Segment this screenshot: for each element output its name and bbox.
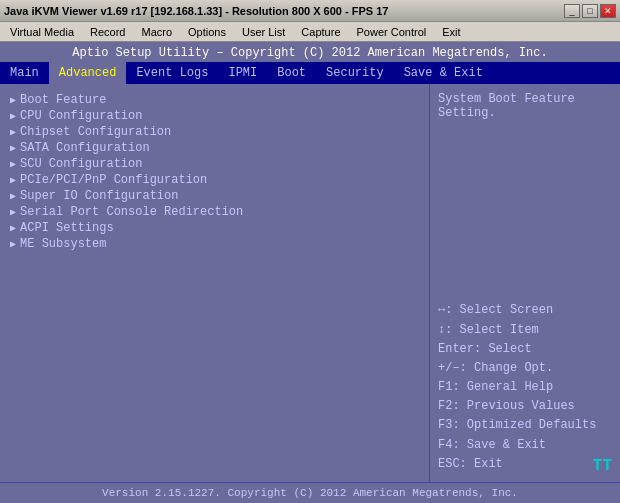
app-window: Java iKVM Viewer v1.69 r17 [192.168.1.33…: [0, 0, 620, 503]
tt-logo: TT: [593, 457, 612, 475]
arrow-icon-3: ▶: [10, 142, 16, 154]
aptio-header-text: Aptio Setup Utility – Copyright (C) 2012…: [72, 46, 547, 60]
bios-menu-item-label-2: Chipset Configuration: [20, 125, 171, 139]
title-bar: Java iKVM Viewer v1.69 r17 [192.168.1.33…: [0, 0, 620, 22]
key-help-line-4: F1: General Help: [438, 378, 612, 397]
menu-item-power-control[interactable]: Power Control: [351, 25, 433, 39]
bios-nav-bar: MainAdvancedEvent LogsIPMIBootSecuritySa…: [0, 62, 620, 84]
key-help-line-0: ↔: Select Screen: [438, 301, 612, 320]
bios-menu-item-label-0: Boot Feature: [20, 93, 106, 107]
minimize-button[interactable]: _: [564, 4, 580, 18]
window-title: Java iKVM Viewer v1.69 r17 [192.168.1.33…: [4, 5, 388, 17]
window-controls: _ □ ✕: [564, 4, 616, 18]
arrow-icon-2: ▶: [10, 126, 16, 138]
bios-menu-item-label-1: CPU Configuration: [20, 109, 142, 123]
bios-wrapper: Aptio Setup Utility – Copyright (C) 2012…: [0, 42, 620, 503]
maximize-button[interactable]: □: [582, 4, 598, 18]
key-help-line-6: F3: Optimized Defaults: [438, 416, 612, 435]
menu-bar: Virtual MediaRecordMacroOptionsUser List…: [0, 22, 620, 42]
bios-menu-item-0[interactable]: ▶Boot Feature: [8, 92, 425, 108]
bios-content: ▶Boot Feature▶CPU Configuration▶Chipset …: [0, 84, 620, 482]
bios-menu-item-8[interactable]: ▶ACPI Settings: [8, 220, 425, 236]
bios-tab-event-logs[interactable]: Event Logs: [126, 62, 218, 84]
bios-menu-item-label-6: Super IO Configuration: [20, 189, 178, 203]
close-button[interactable]: ✕: [600, 4, 616, 18]
menu-item-capture[interactable]: Capture: [295, 25, 346, 39]
menu-item-virtual-media[interactable]: Virtual Media: [4, 25, 80, 39]
menu-item-macro[interactable]: Macro: [135, 25, 178, 39]
arrow-icon-6: ▶: [10, 190, 16, 202]
key-help-line-8: ESC: Exit: [438, 455, 612, 474]
bios-tab-main[interactable]: Main: [0, 62, 49, 84]
aptio-header: Aptio Setup Utility – Copyright (C) 2012…: [0, 42, 620, 62]
bios-menu-item-4[interactable]: ▶SCU Configuration: [8, 156, 425, 172]
bios-tab-advanced[interactable]: Advanced: [49, 62, 127, 84]
bios-menu-item-7[interactable]: ▶Serial Port Console Redirection: [8, 204, 425, 220]
bios-menu-item-label-9: ME Subsystem: [20, 237, 106, 251]
bios-footer: Version 2.15.1227. Copyright (C) 2012 Am…: [0, 482, 620, 503]
bios-tab-security[interactable]: Security: [316, 62, 394, 84]
arrow-icon-1: ▶: [10, 110, 16, 122]
arrow-icon-9: ▶: [10, 238, 16, 250]
menu-item-user-list[interactable]: User List: [236, 25, 291, 39]
bios-tab-boot[interactable]: Boot: [267, 62, 316, 84]
bios-menu-item-6[interactable]: ▶Super IO Configuration: [8, 188, 425, 204]
bios-footer-text: Version 2.15.1227. Copyright (C) 2012 Am…: [102, 487, 518, 499]
bios-key-help: ↔: Select Screen↕: Select ItemEnter: Sel…: [438, 301, 612, 474]
bios-menu-item-label-5: PCIe/PCI/PnP Configuration: [20, 173, 207, 187]
bios-menu-item-2[interactable]: ▶Chipset Configuration: [8, 124, 425, 140]
bios-menu-item-label-8: ACPI Settings: [20, 221, 114, 235]
bios-right-panel: System Boot Feature Setting. ↔: Select S…: [430, 84, 620, 482]
bios-menu-item-9[interactable]: ▶ME Subsystem: [8, 236, 425, 252]
menu-item-record[interactable]: Record: [84, 25, 131, 39]
arrow-icon-4: ▶: [10, 158, 16, 170]
key-help-line-7: F4: Save & Exit: [438, 436, 612, 455]
arrow-icon-0: ▶: [10, 94, 16, 106]
key-help-line-2: Enter: Select: [438, 340, 612, 359]
bios-menu-item-label-3: SATA Configuration: [20, 141, 150, 155]
bios-tab-ipmi[interactable]: IPMI: [218, 62, 267, 84]
bios-menu-item-label-7: Serial Port Console Redirection: [20, 205, 243, 219]
bios-left-panel: ▶Boot Feature▶CPU Configuration▶Chipset …: [0, 84, 430, 482]
bios-tab-save-and-exit[interactable]: Save & Exit: [394, 62, 493, 84]
bios-help-text: System Boot Feature Setting.: [438, 92, 612, 120]
menu-item-options[interactable]: Options: [182, 25, 232, 39]
key-help-line-5: F2: Previous Values: [438, 397, 612, 416]
bios-menu-item-3[interactable]: ▶SATA Configuration: [8, 140, 425, 156]
key-help-line-3: +/–: Change Opt.: [438, 359, 612, 378]
bios-menu-item-label-4: SCU Configuration: [20, 157, 142, 171]
arrow-icon-8: ▶: [10, 222, 16, 234]
bios-menu-item-1[interactable]: ▶CPU Configuration: [8, 108, 425, 124]
bios-menu-item-5[interactable]: ▶PCIe/PCI/PnP Configuration: [8, 172, 425, 188]
arrow-icon-5: ▶: [10, 174, 16, 186]
key-help-line-1: ↕: Select Item: [438, 321, 612, 340]
menu-item-exit[interactable]: Exit: [436, 25, 466, 39]
arrow-icon-7: ▶: [10, 206, 16, 218]
